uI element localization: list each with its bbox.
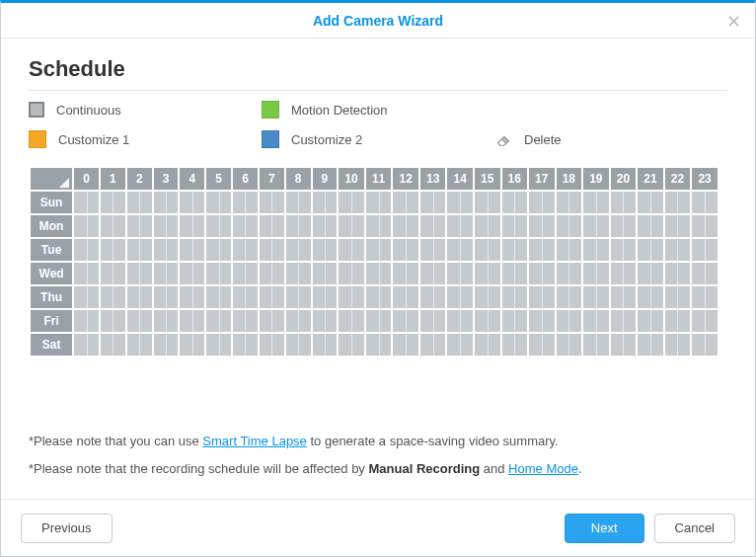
schedule-cell[interactable]: [339, 239, 364, 261]
schedule-cell[interactable]: [206, 239, 231, 261]
schedule-cell[interactable]: [180, 263, 204, 284]
schedule-cell[interactable]: [447, 334, 473, 356]
hour-header-3[interactable]: 3: [154, 168, 179, 190]
schedule-cell[interactable]: [180, 215, 204, 237]
schedule-cell[interactable]: [638, 310, 663, 332]
legend-motion[interactable]: Motion Detection: [262, 101, 494, 119]
schedule-cell[interactable]: [529, 286, 555, 308]
schedule-cell[interactable]: [154, 286, 179, 308]
schedule-cell[interactable]: [557, 263, 582, 284]
schedule-cell[interactable]: [339, 263, 364, 284]
hour-header-0[interactable]: 0: [74, 168, 99, 190]
schedule-cell[interactable]: [206, 286, 231, 308]
schedule-cell[interactable]: [286, 263, 311, 284]
schedule-cell[interactable]: [447, 215, 473, 237]
schedule-cell[interactable]: [206, 215, 231, 237]
day-header-wed[interactable]: Wed: [31, 263, 72, 284]
schedule-cell[interactable]: [101, 334, 125, 356]
schedule-cell[interactable]: [393, 215, 418, 237]
schedule-cell[interactable]: [665, 310, 691, 332]
schedule-cell[interactable]: [393, 263, 418, 284]
schedule-cell[interactable]: [529, 263, 555, 284]
schedule-cell[interactable]: [583, 286, 609, 308]
hour-header-4[interactable]: 4: [180, 168, 204, 190]
schedule-cell[interactable]: [665, 334, 691, 356]
schedule-cell[interactable]: [393, 286, 418, 308]
schedule-cell[interactable]: [233, 263, 258, 284]
schedule-cell[interactable]: [206, 192, 231, 213]
schedule-cell[interactable]: [127, 192, 152, 213]
schedule-cell[interactable]: [638, 286, 663, 308]
schedule-cell[interactable]: [447, 192, 473, 213]
previous-button[interactable]: Previous: [21, 514, 113, 543]
schedule-cell[interactable]: [74, 334, 99, 356]
schedule-cell[interactable]: [127, 215, 152, 237]
schedule-cell[interactable]: [366, 215, 392, 237]
schedule-cell[interactable]: [74, 239, 99, 261]
schedule-cell[interactable]: [583, 192, 609, 213]
hour-header-18[interactable]: 18: [557, 168, 582, 190]
schedule-cell[interactable]: [154, 239, 179, 261]
hour-header-10[interactable]: 10: [339, 168, 364, 190]
hour-header-20[interactable]: 20: [611, 168, 637, 190]
schedule-cell[interactable]: [502, 239, 528, 261]
schedule-cell[interactable]: [475, 310, 500, 332]
schedule-cell[interactable]: [74, 286, 99, 308]
schedule-cell[interactable]: [529, 310, 555, 332]
schedule-cell[interactable]: [101, 192, 125, 213]
schedule-cell[interactable]: [692, 310, 718, 332]
schedule-cell[interactable]: [339, 310, 364, 332]
schedule-cell[interactable]: [74, 310, 99, 332]
schedule-cell[interactable]: [233, 215, 258, 237]
hour-header-14[interactable]: 14: [447, 168, 473, 190]
schedule-cell[interactable]: [127, 239, 152, 261]
schedule-cell[interactable]: [74, 192, 99, 213]
schedule-cell[interactable]: [101, 239, 125, 261]
schedule-cell[interactable]: [420, 334, 446, 356]
schedule-cell[interactable]: [180, 192, 204, 213]
schedule-cell[interactable]: [502, 192, 528, 213]
schedule-cell[interactable]: [74, 263, 99, 284]
schedule-cell[interactable]: [233, 192, 258, 213]
schedule-cell[interactable]: [127, 286, 152, 308]
schedule-cell[interactable]: [583, 215, 609, 237]
hour-header-2[interactable]: 2: [127, 168, 152, 190]
schedule-cell[interactable]: [101, 286, 125, 308]
schedule-cell[interactable]: [638, 263, 663, 284]
schedule-cell[interactable]: [557, 192, 582, 213]
legend-customize2[interactable]: Customize 2: [262, 130, 494, 148]
schedule-cell[interactable]: [583, 263, 609, 284]
schedule-cell[interactable]: [339, 192, 364, 213]
hour-header-9[interactable]: 9: [313, 168, 338, 190]
schedule-cell[interactable]: [260, 310, 284, 332]
schedule-cell[interactable]: [420, 310, 446, 332]
schedule-cell[interactable]: [475, 263, 500, 284]
hour-header-6[interactable]: 6: [233, 168, 258, 190]
schedule-cell[interactable]: [366, 334, 392, 356]
hour-header-11[interactable]: 11: [366, 168, 392, 190]
schedule-cell[interactable]: [233, 239, 258, 261]
hour-header-12[interactable]: 12: [393, 168, 418, 190]
schedule-cell[interactable]: [611, 239, 637, 261]
schedule-cell[interactable]: [557, 334, 582, 356]
schedule-cell[interactable]: [611, 192, 637, 213]
legend-customize1[interactable]: Customize 1: [29, 130, 262, 148]
schedule-cell[interactable]: [611, 310, 637, 332]
schedule-cell[interactable]: [74, 215, 99, 237]
schedule-cell[interactable]: [502, 215, 528, 237]
schedule-cell[interactable]: [393, 334, 418, 356]
schedule-cell[interactable]: [260, 215, 284, 237]
hour-header-7[interactable]: 7: [260, 168, 284, 190]
schedule-cell[interactable]: [529, 239, 555, 261]
schedule-cell[interactable]: [692, 263, 718, 284]
schedule-cell[interactable]: [502, 310, 528, 332]
schedule-cell[interactable]: [154, 215, 179, 237]
schedule-cell[interactable]: [260, 263, 284, 284]
schedule-cell[interactable]: [420, 286, 446, 308]
schedule-cell[interactable]: [665, 192, 691, 213]
next-button[interactable]: Next: [565, 514, 644, 543]
schedule-cell[interactable]: [692, 286, 718, 308]
schedule-cell[interactable]: [475, 334, 500, 356]
schedule-cell[interactable]: [180, 239, 204, 261]
schedule-grid[interactable]: 01234567891011121314151617181920212223Su…: [29, 166, 719, 358]
